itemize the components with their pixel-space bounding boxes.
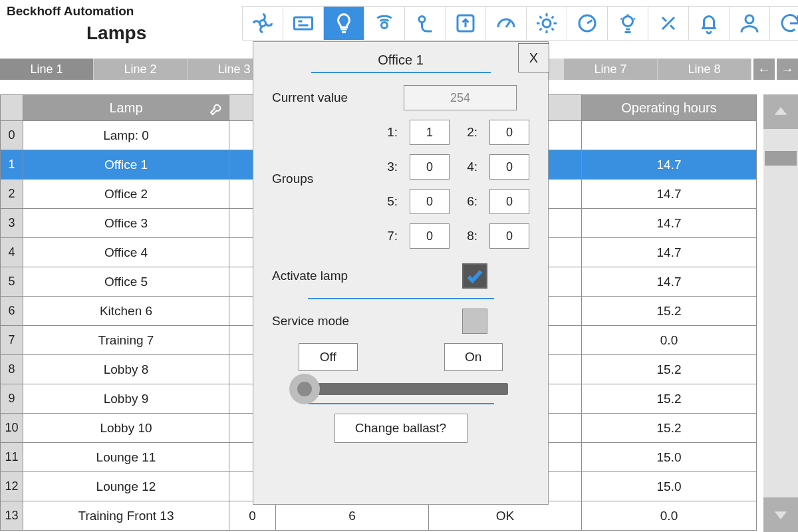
toolbar-card-icon[interactable] xyxy=(283,6,324,41)
row-hours: 14.7 xyxy=(582,209,757,238)
dialog-title: Office 1 xyxy=(253,42,548,69)
activate-lamp-checkbox[interactable] xyxy=(462,263,487,289)
group-value-field[interactable]: 0 xyxy=(489,120,529,145)
toolbar-sun-icon[interactable] xyxy=(526,6,567,41)
slider-knob[interactable] xyxy=(289,374,320,404)
row-mid: 06OK xyxy=(229,501,582,531)
toolbar-tools-icon[interactable] xyxy=(648,6,689,41)
toolbar-bell-icon[interactable] xyxy=(688,6,730,41)
group-key: 8: xyxy=(462,223,477,249)
row-lamp-name: Lamp: 0 xyxy=(23,121,229,150)
row-hours: 14.7 xyxy=(582,150,757,180)
row-lamp-name: Office 3 xyxy=(23,209,229,238)
lines-next-button[interactable]: → xyxy=(777,59,798,80)
svg-point-2 xyxy=(382,23,388,29)
row-hours xyxy=(582,121,757,150)
row-hours: 14.7 xyxy=(582,267,757,297)
row-lamp-name: Lobby 9 xyxy=(23,384,229,414)
wrench-icon[interactable] xyxy=(209,100,225,116)
row-lamp-name: Lounge 11 xyxy=(23,443,229,472)
row-lamp-name: Training Front 13 xyxy=(23,501,229,531)
row-lamp-name: Training 7 xyxy=(23,326,229,355)
toolbar-hand-icon[interactable] xyxy=(404,6,446,41)
row-index: 9 xyxy=(0,384,23,414)
row-index: 11 xyxy=(0,443,23,472)
scrollbar[interactable] xyxy=(763,94,798,532)
service-mode-label: Service mode xyxy=(272,314,385,329)
row-lamp-name: Lobby 8 xyxy=(23,355,229,384)
row-lamp-name: Lounge 12 xyxy=(23,472,229,501)
current-value-label: Current value xyxy=(272,90,385,105)
line-tab[interactable]: Line 7 xyxy=(564,59,658,80)
activate-lamp-label: Activate lamp xyxy=(272,269,385,283)
col-lamp-label: Lamp xyxy=(109,100,142,116)
row-index: 6 xyxy=(0,297,23,326)
service-mode-checkbox[interactable] xyxy=(462,309,487,334)
group-value-field[interactable]: 0 xyxy=(410,223,450,249)
toolbar-sensor-icon[interactable] xyxy=(364,6,405,41)
page-title: Lamps xyxy=(86,23,146,44)
line-tab[interactable]: Line 8 xyxy=(658,59,751,80)
off-button[interactable]: Off xyxy=(299,343,358,371)
on-button[interactable]: On xyxy=(444,343,503,371)
divider xyxy=(308,403,494,404)
brand-label: Beckhoff Automation xyxy=(7,4,134,19)
group-key: 7: xyxy=(382,223,398,249)
svg-point-5 xyxy=(543,19,551,27)
toolbar-bulb-icon[interactable] xyxy=(323,6,364,41)
group-value-field[interactable]: 0 xyxy=(410,189,450,214)
group-value-field[interactable]: 1 xyxy=(410,120,450,145)
row-lamp-name: Office 1 xyxy=(23,150,229,180)
row-index: 2 xyxy=(0,180,23,209)
dialog-close-button[interactable]: X xyxy=(518,43,549,72)
row-hours: 15.2 xyxy=(582,384,757,414)
row-index: 8 xyxy=(0,355,23,384)
lines-prev-button[interactable]: ← xyxy=(753,59,775,80)
row-index: 10 xyxy=(0,414,23,443)
col-index-header xyxy=(0,94,23,121)
toolbar-undo-icon[interactable] xyxy=(769,6,798,41)
group-value-field[interactable]: 0 xyxy=(489,223,529,249)
row-hours: 14.7 xyxy=(582,238,757,267)
group-key: 4: xyxy=(462,154,477,180)
row-hours: 15.2 xyxy=(582,414,757,443)
row-hours: 14.7 xyxy=(582,180,757,209)
row-index: 13 xyxy=(0,501,23,531)
svg-rect-1 xyxy=(295,17,313,29)
row-hours: 0.0 xyxy=(582,501,757,531)
current-value-field[interactable]: 254 xyxy=(404,85,517,110)
scroll-up-button[interactable] xyxy=(763,94,798,129)
row-lamp-name: Lobby 10 xyxy=(23,414,229,443)
svg-point-7 xyxy=(623,17,633,27)
group-key: 3: xyxy=(382,154,398,180)
scroll-thumb[interactable] xyxy=(765,151,797,166)
change-ballast-button[interactable]: Change ballast? xyxy=(334,414,467,443)
row-hours: 15.0 xyxy=(582,443,757,472)
group-key: 1: xyxy=(382,120,398,145)
scroll-down-button[interactable] xyxy=(763,497,798,532)
toolbar-dial-icon[interactable] xyxy=(567,6,608,41)
toolbar-person-icon[interactable] xyxy=(729,6,770,41)
group-key: 2: xyxy=(462,120,477,145)
group-value-field[interactable]: 0 xyxy=(489,154,529,180)
toolbar xyxy=(243,6,798,41)
toolbar-fan-icon[interactable] xyxy=(242,6,283,41)
toolbar-switch-icon[interactable] xyxy=(445,6,486,41)
group-value-field[interactable]: 0 xyxy=(489,189,529,214)
row-lamp-name: Kitchen 6 xyxy=(23,297,229,326)
line-tab[interactable]: Line 2 xyxy=(94,59,188,80)
group-value-field[interactable]: 0 xyxy=(410,154,450,180)
groups-label: Groups xyxy=(272,120,362,186)
row-index: 7 xyxy=(0,326,23,355)
row-index: 0 xyxy=(0,121,23,150)
row-index: 4 xyxy=(0,238,23,267)
row-lamp-name: Office 5 xyxy=(23,267,229,297)
row-index: 3 xyxy=(0,209,23,238)
toolbar-gauge-icon[interactable] xyxy=(485,6,527,41)
toolbar-gearbulb-icon[interactable] xyxy=(607,6,648,41)
row-hours: 15.0 xyxy=(582,472,757,501)
table-row[interactable]: 13Training Front 1306OK0.0 xyxy=(0,501,757,531)
line-tab[interactable]: Line 1 xyxy=(0,59,94,80)
row-index: 1 xyxy=(0,150,23,180)
brightness-slider[interactable] xyxy=(293,383,508,395)
